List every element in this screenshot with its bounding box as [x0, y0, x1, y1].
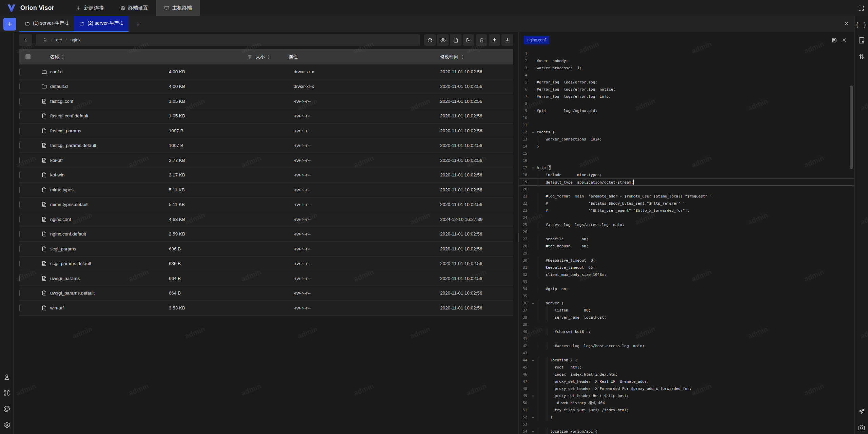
file-attrs: -rw-r--r--: [276, 246, 426, 251]
row-checkbox[interactable]: [19, 276, 20, 281]
file-name[interactable]: uwsgi_params.default: [50, 290, 95, 296]
fold-chevron-icon[interactable]: [529, 416, 537, 419]
command-icon[interactable]: [3, 389, 11, 397]
fullscreen-icon[interactable]: [858, 5, 865, 12]
row-checkbox[interactable]: [19, 202, 20, 207]
menu-terminal-settings[interactable]: 终端设置: [112, 0, 156, 16]
row-checkbox[interactable]: [19, 98, 20, 104]
new-session-button[interactable]: +: [3, 18, 16, 31]
file-row[interactable]: nginx.conf.default2.59 KB-rw-r--r--2020-…: [19, 227, 513, 242]
new-folder-button[interactable]: [463, 34, 474, 46]
tab-session-1[interactable]: (1) server-生产-1: [19, 16, 74, 32]
file-row[interactable]: default.d4.00 KBdrwxr-xr-x2020-11-01 10:…: [19, 79, 513, 94]
file-row[interactable]: koi-utf2.77 KB-rw-r--r--2020-11-01 10:02…: [19, 153, 513, 168]
camera-icon[interactable]: [858, 424, 865, 431]
delete-button[interactable]: [476, 34, 487, 46]
file-row[interactable]: uwsgi_params664 B-rw-r--r--2020-11-01 10…: [19, 271, 513, 286]
file-name[interactable]: win-utf: [50, 305, 64, 310]
row-checkbox[interactable]: [19, 172, 20, 178]
file-row[interactable]: nginx.conf4.68 KB-rw-r--r--2024-12-10 16…: [19, 212, 513, 227]
menu-new-connection[interactable]: 新建连接: [68, 0, 112, 16]
back-button[interactable]: [19, 34, 32, 46]
file-row[interactable]: win-utf3.53 KB-rw-r--r--2020-11-01 10:02…: [19, 301, 513, 316]
palette-icon[interactable]: [3, 405, 11, 413]
file-bookmark-icon[interactable]: [858, 37, 865, 44]
file-name[interactable]: fastcgi.conf.default: [50, 113, 88, 118]
row-checkbox[interactable]: [19, 261, 20, 266]
filter-icon[interactable]: [248, 55, 252, 59]
code-editor[interactable]: 12#user nobody;3worker_processes 1;45#er…: [519, 48, 854, 434]
file-name[interactable]: scgi_params.default: [50, 261, 91, 266]
add-tab-button[interactable]: +: [136, 20, 140, 27]
path-breadcrumb[interactable]: / etc / nginx: [36, 34, 420, 46]
row-checkbox[interactable]: [19, 246, 20, 252]
new-file-button[interactable]: [450, 34, 461, 46]
row-checkbox[interactable]: [19, 187, 20, 193]
row-checkbox[interactable]: [19, 216, 20, 222]
upload-button[interactable]: [489, 34, 500, 46]
settings-gear-icon[interactable]: [3, 421, 11, 429]
file-name[interactable]: fastcgi_params.default: [50, 143, 96, 148]
row-checkbox[interactable]: [19, 143, 20, 148]
row-checkbox[interactable]: [19, 305, 20, 311]
file-row[interactable]: fastcgi.conf1.05 KB-rw-r--r--2020-11-01 …: [19, 94, 513, 109]
sort-size-icon[interactable]: [267, 55, 271, 59]
app-logo: Orion Visor: [0, 0, 54, 16]
fold-chevron-icon[interactable]: [529, 131, 537, 134]
row-checkbox[interactable]: [19, 113, 20, 119]
file-row[interactable]: scgi_params.default636 B-rw-r--r--2020-1…: [19, 257, 513, 271]
file-name[interactable]: uwsgi_params: [50, 276, 80, 281]
row-checkbox[interactable]: [19, 231, 20, 237]
file-name[interactable]: nginx.conf.default: [50, 231, 86, 237]
file-row[interactable]: koi-win2.17 KB-rw-r--r--2020-11-01 10:02…: [19, 168, 513, 183]
save-button[interactable]: [829, 35, 839, 45]
row-checkbox[interactable]: [19, 128, 20, 134]
menu-host-terminal[interactable]: 主机终端: [156, 0, 200, 16]
close-panel-icon[interactable]: [844, 21, 849, 27]
file-row[interactable]: uwsgi_params.default664 B-rw-r--r--2020-…: [19, 286, 513, 301]
sort-name-icon[interactable]: [61, 55, 65, 59]
editor-scrollbar[interactable]: [850, 86, 853, 169]
file-name[interactable]: scgi_params: [50, 246, 76, 251]
file-name[interactable]: conf.d: [50, 69, 63, 74]
fold-chevron-icon[interactable]: [529, 166, 537, 170]
refresh-button[interactable]: [424, 34, 436, 46]
row-checkbox[interactable]: [19, 290, 20, 296]
row-checkbox[interactable]: [19, 83, 20, 89]
breadcrumb-segment[interactable]: etc: [56, 38, 62, 42]
file-row[interactable]: scgi_params636 B-rw-r--r--2020-11-01 10:…: [19, 242, 513, 257]
file-name[interactable]: default.d: [50, 84, 68, 89]
row-checkbox[interactable]: [19, 157, 20, 163]
download-button[interactable]: [501, 34, 513, 46]
file-name[interactable]: mime.types.default: [50, 202, 88, 207]
fold-chevron-icon[interactable]: [529, 430, 537, 433]
send-icon[interactable]: [858, 408, 865, 415]
swap-vertical-icon[interactable]: [858, 53, 865, 60]
file-name[interactable]: fastcgi.conf: [50, 99, 73, 104]
file-row[interactable]: mime.types5.11 KB-rw-r--r--2020-11-01 10…: [19, 183, 513, 197]
user-icon[interactable]: [3, 373, 11, 381]
fold-chevron-icon[interactable]: [529, 302, 537, 305]
close-editor-button[interactable]: [839, 35, 849, 45]
tab-session-2[interactable]: (2) server-生产-1: [74, 16, 129, 32]
file-row[interactable]: fastcgi_params1007 B-rw-r--r--2020-11-01…: [19, 124, 513, 138]
sort-mtime-icon[interactable]: [460, 55, 464, 59]
row-checkbox[interactable]: [19, 69, 20, 75]
preview-button[interactable]: [437, 34, 449, 46]
breadcrumb-segment[interactable]: nginx: [71, 38, 81, 42]
fold-chevron-icon[interactable]: [529, 394, 537, 398]
file-name[interactable]: nginx.conf: [50, 217, 71, 222]
braces-icon[interactable]: { }: [855, 21, 867, 28]
file-name[interactable]: koi-utf: [50, 158, 63, 163]
editor-file-tab[interactable]: nginx.conf: [524, 36, 549, 44]
file-row[interactable]: mime.types.default5.11 KB-rw-r--r--2020-…: [19, 197, 513, 212]
file-row[interactable]: fastcgi_params.default1007 B-rw-r--r--20…: [19, 138, 513, 153]
file-row[interactable]: fastcgi.conf.default1.05 KB-rw-r--r--202…: [19, 109, 513, 124]
file-name[interactable]: fastcgi_params: [50, 128, 81, 133]
fold-chevron-icon[interactable]: [529, 359, 537, 362]
file-name[interactable]: koi-win: [50, 172, 64, 177]
code-line: 5#error_log logs/error.log;: [519, 79, 854, 86]
select-all-checkbox[interactable]: [25, 54, 31, 59]
file-row[interactable]: conf.d4.00 KBdrwxr-xr-x2020-11-01 10:02:…: [19, 64, 513, 79]
file-name[interactable]: mime.types: [50, 187, 74, 192]
